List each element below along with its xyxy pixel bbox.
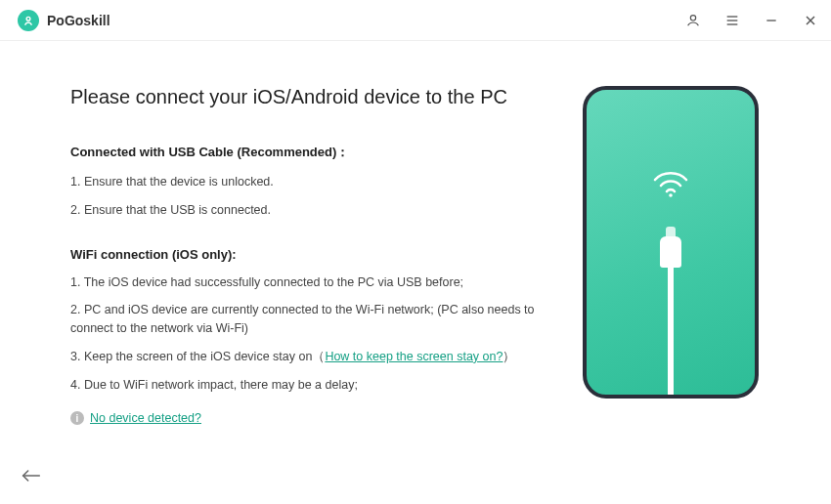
no-device-link[interactable]: No device detected? [90,411,201,425]
screen-stay-on-link[interactable]: How to keep the screen stay on? [325,350,503,363]
wifi-step-3-suffix: ） [503,350,515,363]
page-title: Please connect your iOS/Android device t… [70,86,544,108]
lightning-cable-icon [666,227,676,236]
instructions-panel: Please connect your iOS/Android device t… [70,86,544,425]
brand: PoGoskill [18,10,110,31]
wifi-step-2: 2. PC and iOS device are currently conne… [70,301,544,338]
no-device-row: i No device detected? [70,411,544,425]
illustration-panel [573,86,768,425]
svg-point-0 [26,17,30,21]
wifi-section-heading: WiFi connection (iOS only): [70,247,544,262]
account-icon[interactable] [684,12,702,29]
app-logo-icon [18,10,39,31]
wifi-icon [651,168,690,203]
usb-step-2: 2. Ensure that the USB is connected. [70,201,544,220]
wifi-step-3-prefix: 3. Keep the screen of the iOS device sta… [70,350,325,363]
info-icon: i [70,411,84,425]
wifi-step-4: 4. Due to WiFi network impact, there may… [70,376,544,395]
titlebar-controls [684,12,819,29]
titlebar: PoGoskill [0,0,831,41]
app-name: PoGoskill [47,13,110,28]
phone-illustration [583,86,759,399]
svg-point-8 [669,193,673,197]
usb-section-heading: Connected with USB Cable (Recommended)： [70,144,544,161]
minimize-icon[interactable] [763,12,780,29]
wifi-step-3: 3. Keep the screen of the iOS device sta… [70,348,544,366]
usb-step-1: 1. Ensure that the device is unlocked. [70,173,544,191]
main-content: Please connect your iOS/Android device t… [0,41,831,425]
back-button[interactable] [22,469,41,486]
menu-icon[interactable] [723,12,741,29]
close-icon[interactable] [802,12,819,29]
wifi-step-1: 1. The iOS device had successfully conne… [70,273,544,292]
svg-point-1 [690,15,695,20]
